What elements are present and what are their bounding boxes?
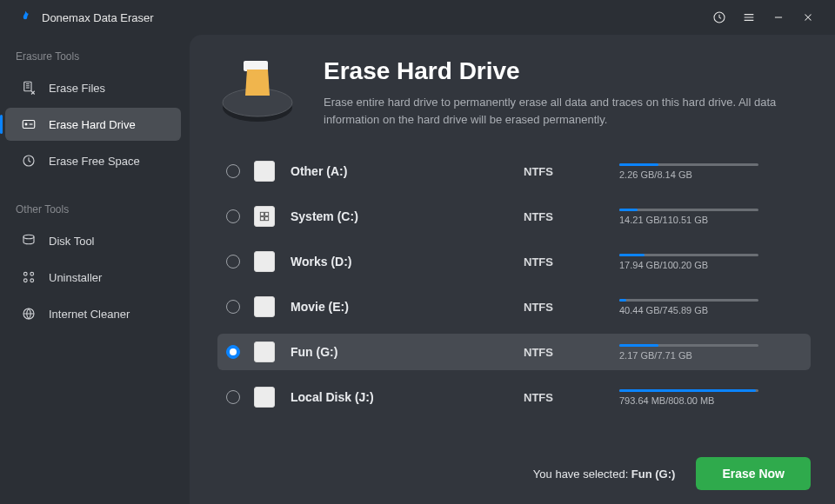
sidebar-item-label: Erase Files <box>49 82 105 95</box>
drive-filesystem: NTFS <box>524 346 619 359</box>
drive-row[interactable]: System (C:)NTFS14.21 GB/110.51 GB <box>217 198 811 235</box>
drive-sizes: 17.94 GB/100.20 GB <box>619 260 798 270</box>
drive-usage: 2.17 GB/7.71 GB <box>619 344 798 361</box>
usage-bar <box>619 389 758 392</box>
drive-radio[interactable] <box>226 164 240 178</box>
drive-sizes: 14.21 GB/110.51 GB <box>619 215 798 225</box>
drive-row[interactable]: Other (A:)NTFS2.26 GB/8.14 GB <box>217 153 811 189</box>
titlebar: Donemax Data Eraser <box>0 0 835 35</box>
usage-bar <box>619 299 758 302</box>
selection-status: You have selected: Fun (G:) <box>533 468 676 481</box>
system-drive-icon <box>254 206 275 227</box>
app-window: Donemax Data Eraser Erasure Tools Erase … <box>0 0 835 504</box>
svg-rect-18 <box>265 217 269 221</box>
erase-now-button[interactable]: Erase Now <box>696 457 811 490</box>
sidebar: Erasure Tools Erase Files Erase Hard Dri… <box>0 35 190 504</box>
drive-icon <box>254 251 275 272</box>
drive-filesystem: NTFS <box>524 165 619 178</box>
drive-usage: 17.94 GB/100.20 GB <box>619 254 798 270</box>
erase-files-icon <box>21 80 37 96</box>
drive-row[interactable]: Local Disk (J:)NTFS793.64 MB/808.00 MB <box>217 379 811 415</box>
svg-point-6 <box>23 272 27 275</box>
page-description: Erase entire hard drive to permanently e… <box>324 94 811 129</box>
drive-name: Works (D:) <box>291 255 524 269</box>
drive-radio[interactable] <box>226 390 240 404</box>
sidebar-item-erase-hard-drive[interactable]: Erase Hard Drive <box>5 108 181 141</box>
drive-sizes: 2.26 GB/8.14 GB <box>619 169 798 180</box>
main-panel: Erase Hard Drive Erase entire hard drive… <box>190 35 835 504</box>
sidebar-item-uninstaller[interactable]: Uninstaller <box>5 261 181 294</box>
drive-radio[interactable] <box>226 300 240 314</box>
footer: You have selected: Fun (G:) Erase Now <box>217 443 811 490</box>
drive-usage: 14.21 GB/110.51 GB <box>619 209 798 225</box>
drive-icon <box>254 161 275 182</box>
drive-name: System (C:) <box>291 209 524 223</box>
drive-name: Fun (G:) <box>291 345 524 359</box>
erase-hard-drive-icon <box>21 116 37 132</box>
erase-free-space-icon <box>21 153 37 169</box>
drive-usage: 2.26 GB/8.14 GB <box>619 163 798 180</box>
sidebar-item-label: Uninstaller <box>49 271 102 284</box>
svg-rect-2 <box>23 121 35 129</box>
drive-name: Other (A:) <box>291 164 524 178</box>
drive-radio[interactable] <box>226 345 240 359</box>
drive-filesystem: NTFS <box>524 391 619 404</box>
drive-filesystem: NTFS <box>524 255 619 269</box>
drive-icon <box>254 387 275 408</box>
drive-name: Movie (E:) <box>291 300 524 314</box>
drive-list: Other (A:)NTFS2.26 GB/8.14 GBSystem (C:)… <box>217 153 811 415</box>
drive-icon <box>254 296 275 317</box>
drive-sizes: 40.44 GB/745.89 GB <box>619 305 798 315</box>
drive-row[interactable]: Fun (G:)NTFS2.17 GB/7.71 GB <box>217 334 811 370</box>
svg-rect-17 <box>260 217 264 221</box>
drive-usage: 793.64 MB/808.00 MB <box>619 389 798 406</box>
svg-point-9 <box>30 279 34 282</box>
drive-icon <box>254 342 275 362</box>
svg-point-7 <box>30 272 34 275</box>
sidebar-item-erase-files[interactable]: Erase Files <box>5 71 181 104</box>
sidebar-section-label: Other Tools <box>0 198 181 221</box>
svg-rect-15 <box>260 213 264 216</box>
svg-point-3 <box>25 123 27 125</box>
drive-usage: 40.44 GB/745.89 GB <box>619 299 798 315</box>
usage-bar <box>619 209 758 211</box>
uninstaller-icon <box>21 269 37 285</box>
svg-rect-1 <box>24 82 31 91</box>
drive-sizes: 793.64 MB/808.00 MB <box>619 395 798 406</box>
sidebar-item-disk-tool[interactable]: Disk Tool <box>5 224 181 257</box>
app-title: Donemax Data Eraser <box>42 11 154 24</box>
drive-row[interactable]: Movie (E:)NTFS40.44 GB/745.89 GB <box>217 288 811 325</box>
drive-sizes: 2.17 GB/7.71 GB <box>619 350 798 361</box>
close-button[interactable] <box>793 4 823 30</box>
sidebar-section-label: Erasure Tools <box>0 45 181 68</box>
drive-name: Local Disk (J:) <box>291 390 524 404</box>
sidebar-item-label: Internet Cleaner <box>49 308 130 321</box>
drive-radio[interactable] <box>226 209 240 223</box>
drive-radio[interactable] <box>226 255 240 269</box>
internet-cleaner-icon <box>21 306 37 322</box>
svg-point-8 <box>23 279 27 282</box>
usage-bar <box>619 254 758 256</box>
history-button[interactable] <box>705 4 734 30</box>
svg-point-5 <box>23 235 34 239</box>
app-logo-icon <box>17 10 33 25</box>
sidebar-item-erase-free-space[interactable]: Erase Free Space <box>5 144 181 177</box>
sidebar-item-label: Erase Free Space <box>49 155 140 168</box>
sidebar-item-internet-cleaner[interactable]: Internet Cleaner <box>5 297 181 330</box>
disk-tool-icon <box>21 233 37 249</box>
page-title: Erase Hard Drive <box>324 57 811 85</box>
drive-row[interactable]: Works (D:)NTFS17.94 GB/100.20 GB <box>217 243 811 280</box>
drive-filesystem: NTFS <box>524 210 619 223</box>
usage-bar <box>619 344 758 347</box>
usage-bar <box>619 163 758 166</box>
menu-button[interactable] <box>734 4 764 30</box>
sidebar-item-label: Erase Hard Drive <box>49 118 136 131</box>
app-logo: Donemax Data Eraser <box>17 10 154 25</box>
sidebar-item-label: Disk Tool <box>49 235 95 248</box>
svg-rect-16 <box>265 213 269 216</box>
drive-filesystem: NTFS <box>524 301 619 314</box>
page-header: Erase Hard Drive Erase entire hard drive… <box>217 57 811 129</box>
minimize-button[interactable] <box>764 4 793 30</box>
hero-illustration <box>217 57 297 127</box>
